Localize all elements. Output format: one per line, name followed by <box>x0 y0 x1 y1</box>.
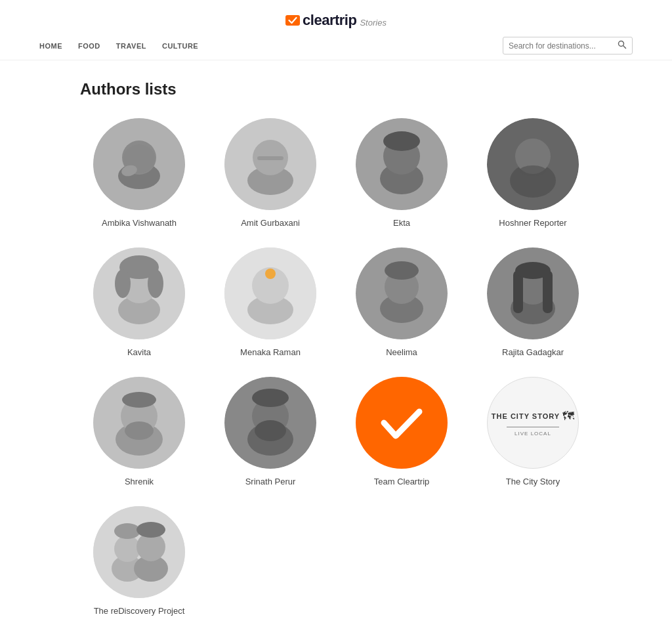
logo-brand-text: cleartrip <box>303 12 356 29</box>
nav-item-travel[interactable]: TRAVEL <box>116 42 146 50</box>
author-avatar <box>356 247 448 339</box>
search-button[interactable] <box>618 40 627 51</box>
svg-point-42 <box>125 421 154 440</box>
authors-grid: Ambika Vishwanath Amit Gurbaxani <box>80 118 592 616</box>
svg-point-28 <box>265 269 276 279</box>
author-item[interactable]: Shrenik <box>80 377 198 486</box>
nav-search-row: HOME FOOD TRAVEL CULTURE <box>0 37 672 60</box>
author-avatar: THE CITY STORY 🗺 LIVE LOCAL <box>487 377 579 469</box>
author-avatar <box>224 377 316 469</box>
author-name: Ekta <box>393 218 410 228</box>
page-title: Authors lists <box>80 80 592 98</box>
main-content: Authors lists Ambika Vishwanath <box>41 60 631 623</box>
author-item[interactable]: Rajita Gadagkar <box>474 247 592 357</box>
svg-point-43 <box>122 392 156 408</box>
author-avatar <box>93 247 185 339</box>
author-item[interactable]: THE CITY STORY 🗺 LIVE LOCAL The City Sto… <box>474 377 592 486</box>
author-item[interactable]: Ekta <box>343 118 461 228</box>
city-story-divider <box>507 427 559 427</box>
logo-tagline-text: Stories <box>360 18 386 28</box>
site-header: cleartrip Stories HOME FOOD TRAVEL CULTU… <box>0 0 672 60</box>
author-name: Rajita Gadagkar <box>502 347 564 357</box>
author-item[interactable]: Team Cleartrip <box>343 377 461 486</box>
svg-point-55 <box>136 522 165 538</box>
author-avatar <box>93 377 185 469</box>
author-avatar <box>93 118 185 210</box>
author-name: Hoshner Reporter <box>499 218 566 228</box>
author-item[interactable]: Menaka Raman <box>211 247 329 357</box>
author-avatar <box>93 506 185 598</box>
svg-point-48 <box>252 389 289 407</box>
author-name: Srinath Perur <box>245 477 296 486</box>
author-item[interactable]: Kavita <box>80 247 198 357</box>
author-item[interactable]: Srinath Perur <box>211 377 329 486</box>
svg-point-51 <box>114 536 140 562</box>
main-nav: HOME FOOD TRAVEL CULTURE <box>39 42 198 50</box>
author-name: The reDiscovery Project <box>94 606 185 616</box>
author-avatar <box>487 118 579 210</box>
author-avatar <box>487 247 579 339</box>
author-item[interactable]: Amit Gurbaxani <box>211 118 329 228</box>
author-name: Neelima <box>386 347 417 357</box>
nav-item-food[interactable]: FOOD <box>78 42 100 50</box>
city-story-title: THE CITY STORY <box>492 412 560 421</box>
author-item[interactable]: Neelima <box>343 247 461 357</box>
svg-rect-10 <box>257 156 284 160</box>
nav-item-home[interactable]: HOME <box>39 42 62 50</box>
author-name: Kavita <box>127 347 151 357</box>
svg-point-18 <box>520 165 546 176</box>
svg-point-52 <box>114 523 140 539</box>
author-item[interactable]: The reDiscovery Project <box>80 506 198 616</box>
author-avatar <box>224 118 316 210</box>
author-avatar <box>224 247 316 339</box>
author-avatar <box>356 377 448 469</box>
author-name: Ambika Vishwanath <box>102 218 177 228</box>
author-name: Menaka Raman <box>240 347 301 357</box>
author-item[interactable]: Hoshner Reporter <box>474 118 592 228</box>
author-avatar <box>356 118 448 210</box>
city-story-icon: 🗺 <box>562 410 574 423</box>
author-name: The City Story <box>506 477 560 486</box>
svg-point-14 <box>383 131 420 151</box>
svg-point-47 <box>255 420 286 441</box>
search-input[interactable] <box>509 41 614 51</box>
author-name: Amit Gurbaxani <box>241 218 300 228</box>
svg-line-1 <box>623 46 626 49</box>
svg-point-38 <box>515 262 551 279</box>
search-box[interactable] <box>503 37 633 54</box>
nav-item-culture[interactable]: CULTURE <box>162 42 198 50</box>
svg-point-23 <box>115 269 131 298</box>
svg-point-24 <box>148 269 163 298</box>
svg-point-32 <box>385 261 419 280</box>
author-name: Shrenik <box>125 477 154 486</box>
city-story-subtitle: LIVE LOCAL <box>514 431 551 437</box>
logo-check-icon <box>285 15 300 26</box>
logo[interactable]: cleartrip Stories <box>285 12 387 29</box>
author-name: Team Cleartrip <box>374 477 430 486</box>
author-item[interactable]: Ambika Vishwanath <box>80 118 198 228</box>
